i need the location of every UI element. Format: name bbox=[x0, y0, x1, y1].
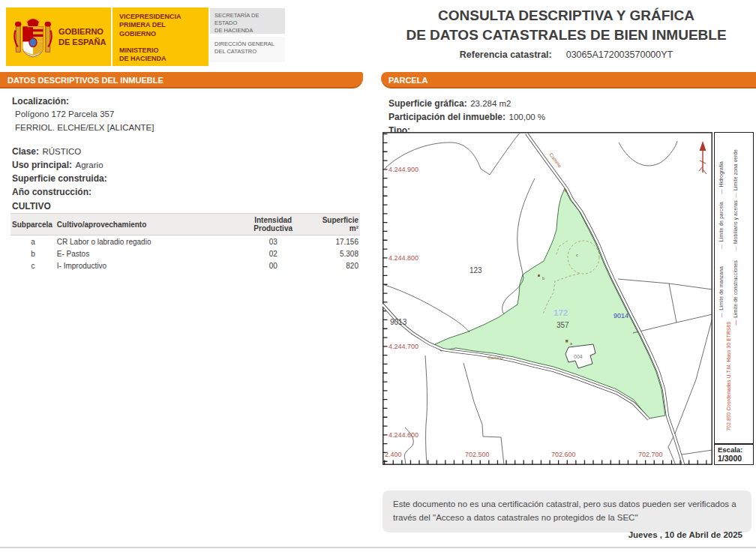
disclaimer-note: Este documento no es una certificación c… bbox=[382, 490, 752, 532]
page-title: CONSULTA DESCRIPTIVA Y GRÁFICA DE DATOS … bbox=[379, 6, 754, 44]
road-9014-label: 9014 bbox=[614, 312, 628, 320]
camino-horizontal-label: Camino bbox=[488, 356, 503, 360]
col-cultivo: Cultivo/aprovechamiento bbox=[56, 214, 234, 236]
participacion-label: Participación del inmueble: bbox=[388, 112, 506, 122]
participacion-value: 100,00 % bbox=[509, 112, 546, 122]
cell-intensidad: 02 bbox=[233, 248, 312, 260]
y-coord-label: 4.244.700 bbox=[388, 343, 418, 350]
x-coord-label: 2.400 bbox=[385, 451, 402, 458]
x-coord-label: 702.600 bbox=[551, 451, 576, 458]
building-label: 004 bbox=[574, 354, 583, 359]
ministerio-logo-block: VICEPRESIDENCIA PRIMERA DEL GOBIERNO MIN… bbox=[112, 8, 208, 66]
subparcel-label-b: b bbox=[542, 276, 544, 280]
x-coord-label: 702.700 bbox=[638, 451, 663, 458]
escala-box: Escala: 1/3000 bbox=[714, 444, 754, 465]
gobierno-logo-block: GOBIERNO DE ESPAÑA bbox=[6, 8, 111, 66]
parcela-section-banner: PARCELA bbox=[381, 72, 756, 88]
uso-value: Agrario bbox=[75, 160, 103, 170]
gobierno-label-line1: GOBIERNO bbox=[58, 27, 106, 38]
escala-label: Escala: bbox=[718, 446, 750, 454]
bottom-divider bbox=[0, 547, 756, 548]
cell-superficie: 5.308 bbox=[313, 248, 360, 260]
y-coord-label: 4.244.600 bbox=[388, 431, 418, 439]
col-subparcela: Subparcela bbox=[10, 214, 56, 236]
legend-item-limite-parcela: — Límite de parcela bbox=[718, 202, 724, 250]
legend-dash: — bbox=[718, 313, 724, 318]
y-coord-label: 4.244.800 bbox=[388, 254, 418, 262]
clase-row: Clase: RÚSTICO bbox=[12, 144, 81, 158]
title-line2: DE DATOS CATASTRALES DE BIEN INMUEBLE bbox=[379, 26, 754, 45]
legend-dash: — bbox=[718, 244, 724, 249]
spain-coat-of-arms-icon bbox=[14, 13, 52, 61]
secretaria-line1: SECRETARÍA DE ESTADO bbox=[214, 12, 280, 27]
legend-item-zona-verde: — Límite zona verde bbox=[733, 149, 738, 199]
legend-dash: — bbox=[733, 320, 738, 326]
clase-label: Clase: bbox=[12, 146, 39, 157]
legend-item-hidrografia: — Hidrografía bbox=[718, 161, 724, 195]
referencia-label: Referencia catastral: bbox=[460, 50, 552, 60]
left-section-banner: DATOS DESCRIPTIVOS DEL INMUEBLE bbox=[0, 72, 363, 88]
legend-item-limite-manzana: — Límite de manzana bbox=[718, 266, 724, 318]
parcel-357-label: 357 bbox=[556, 321, 569, 329]
cell-subparcela: b bbox=[10, 248, 56, 260]
legend-dash: — bbox=[733, 246, 738, 251]
subparcel-label-c: c bbox=[576, 253, 578, 257]
cadastral-document-page: GOBIERNO DE ESPAÑA VICEPRESIDENCIA PRIME… bbox=[0, 0, 756, 552]
cell-intensidad: 03 bbox=[233, 236, 312, 248]
table-row: b E- Pastos 02 5.308 bbox=[10, 248, 360, 260]
superficie-grafica-label: Superficie gráfica: bbox=[388, 98, 467, 109]
uso-label: Uso principal: bbox=[12, 160, 72, 170]
road-9013-label: 9013 bbox=[390, 318, 407, 326]
map-legend: — Hidrografía — Límite de parcela — Lími… bbox=[714, 132, 754, 444]
direccion-line2: DEL CATASTRO bbox=[214, 48, 280, 56]
document-date: Jueves , 10 de Abril de 2025 bbox=[518, 530, 742, 539]
secretaria-line2: DE HACIENDA bbox=[214, 27, 280, 34]
localizacion-label: Localización: bbox=[12, 96, 69, 106]
legend-item-mobiliario: — Mobiliario y aceras bbox=[733, 200, 738, 252]
secretaria-box: SECRETARÍA DE ESTADO DE HACIENDA bbox=[210, 8, 285, 34]
legend-dash: — bbox=[718, 189, 724, 194]
cell-cultivo: CR Labor o labradio regadio bbox=[56, 236, 234, 248]
col-intensidad: Intensidad Productiva bbox=[233, 214, 312, 236]
cultivo-header-row: Subparcela Cultivo/aprovechamiento Inten… bbox=[10, 214, 360, 236]
legend-crs-note: 702.800 Coordenadas U.T.M. Huso 30 ETRS8… bbox=[726, 322, 731, 431]
referencia-catastral: Referencia catastral: 03065A172003570000… bbox=[379, 50, 754, 60]
vicepresidencia-line1: VICEPRESIDENCIA bbox=[119, 13, 202, 21]
ministerio-line1: MINISTERIO bbox=[119, 46, 202, 55]
cell-subparcela: c bbox=[10, 260, 56, 272]
ano-construccion-row: Año construcción: bbox=[12, 184, 92, 198]
gobierno-label-line2: DE ESPAÑA bbox=[58, 38, 106, 48]
cell-superficie: 17.156 bbox=[313, 236, 360, 248]
direccion-line1: DIRECCIÓN GENERAL bbox=[214, 40, 280, 48]
vicepresidencia-line2: PRIMERA DEL GOBIERNO bbox=[119, 21, 202, 38]
cadastral-map: c b a 004 123 172 357 9013 9014 Camino C… bbox=[382, 132, 712, 465]
title-line1: CONSULTA DESCRIPTIVA Y GRÁFICA bbox=[379, 6, 754, 26]
escala-value: 1/3000 bbox=[718, 454, 750, 463]
cultivo-title: CULTIVO bbox=[12, 201, 51, 212]
cultivo-table: Subparcela Cultivo/aprovechamiento Inten… bbox=[10, 213, 360, 272]
superficie-grafica-row: Superficie gráfica: 23.284 m2 bbox=[388, 96, 512, 110]
cell-intensidad: 00 bbox=[233, 260, 312, 272]
disclaimer-line1: Este documento no es una certificación c… bbox=[393, 498, 741, 512]
polygon-172-label: 172 bbox=[554, 308, 568, 317]
parcel-123-label: 123 bbox=[470, 266, 482, 274]
localizacion-line2: FERRIOL. ELCHE/ELX [ALICANTE] bbox=[15, 123, 154, 132]
localizacion-line1: Polígono 172 Parcela 357 bbox=[15, 110, 114, 118]
cell-subparcela: a bbox=[10, 236, 56, 248]
table-row: a CR Labor o labradio regadio 03 17.156 bbox=[10, 236, 360, 248]
superficie-construida-row: Superficie construida: bbox=[12, 171, 107, 184]
ministerio-line2: DE HACIENDA bbox=[119, 55, 202, 63]
direccion-box: DIRECCIÓN GENERAL DEL CATASTRO bbox=[210, 37, 285, 62]
clase-value: RÚSTICO bbox=[42, 147, 81, 156]
uso-row: Uso principal: Agrario bbox=[12, 158, 104, 171]
cell-cultivo: I- Improductivo bbox=[56, 260, 234, 272]
superficie-grafica-value: 23.284 m2 bbox=[470, 99, 511, 108]
superficie-construida-label: Superficie construida: bbox=[12, 173, 107, 184]
legend-dash: — bbox=[733, 193, 738, 198]
referencia-value: 03065A172003570000YT bbox=[566, 50, 674, 60]
x-coord-label: 702.500 bbox=[465, 451, 490, 458]
participacion-row: Participación del inmueble: 100,00 % bbox=[388, 110, 545, 123]
ano-construccion-label: Año construcción: bbox=[12, 187, 92, 197]
y-coord-label: 4.244.900 bbox=[388, 166, 418, 173]
disclaimer-line2: través del "Acceso a datos catastrales n… bbox=[393, 512, 741, 525]
